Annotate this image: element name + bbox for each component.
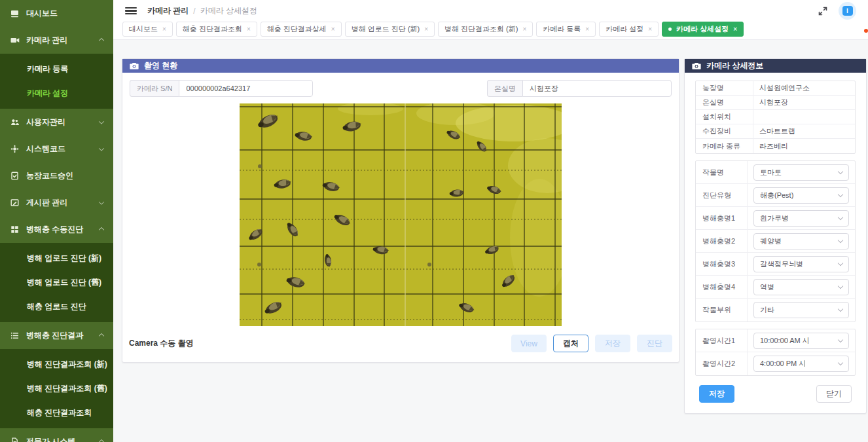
chevron-down-icon bbox=[99, 199, 104, 204]
sidebar-item-board-management[interactable]: 게시판 관리 bbox=[0, 189, 113, 216]
select-value: 해충(Pest) bbox=[760, 191, 793, 200]
close-icon[interactable]: × bbox=[648, 26, 652, 33]
farm-name-value: 시설원예연구소 bbox=[753, 83, 855, 93]
crop-name-select[interactable]: 토마토 bbox=[753, 164, 849, 181]
sidebar-item-system-code[interactable]: 시스템코드 bbox=[0, 136, 113, 162]
sidebar-item-user-management[interactable]: 사용자관리 bbox=[0, 109, 113, 136]
tab-dashboard[interactable]: 대시보드 × bbox=[122, 22, 173, 37]
capture-time-1-select[interactable]: 10:00:00 AM 시 bbox=[753, 333, 849, 349]
sidebar-item-label: 카메라 설정 bbox=[27, 88, 68, 99]
close-icon[interactable]: × bbox=[522, 26, 526, 33]
chevron-up-icon bbox=[99, 439, 104, 442]
fullscreen-icon[interactable] bbox=[818, 6, 828, 16]
sidebar-item-pest-manual-diagnosis[interactable]: 병해충 수동진단 bbox=[0, 216, 113, 243]
message-icon[interactable]: i bbox=[839, 2, 856, 20]
trap-photo bbox=[240, 103, 562, 326]
tab-camera-settings[interactable]: 카메라 설정 × bbox=[599, 22, 659, 37]
camera-info-table: 농장명 시설원예연구소 온실명 시험포장 설치위치 수집장비 bbox=[695, 81, 856, 154]
pest-name-2-select[interactable]: 궤양병 bbox=[753, 233, 849, 249]
close-icon[interactable]: × bbox=[331, 26, 335, 33]
close-icon[interactable]: × bbox=[585, 26, 589, 33]
row-label: 농장명 bbox=[696, 81, 753, 95]
sidebar-item-camera-management[interactable]: 카메라 관리 bbox=[0, 27, 113, 54]
close-button[interactable]: 닫기 bbox=[816, 385, 852, 403]
tab-insect-results[interactable]: 해충 진단결과조회 × bbox=[176, 22, 257, 37]
select-value: 역병 bbox=[760, 282, 774, 292]
sidebar-item-farm-code-approval[interactable]: 농장코드승인 bbox=[0, 162, 113, 189]
submenu-pest-manual-diagnosis: 병해 업로드 진단 (新) 병해 업로드 진단 (舊) 해충 업로드 진단 bbox=[0, 243, 113, 322]
breadcrumb-section[interactable]: 카메라 관리 bbox=[147, 5, 189, 16]
pest-name-3-select[interactable]: 갈색점무늬병 bbox=[753, 256, 849, 272]
tab-disease-upload-new[interactable]: 병해 업로드 진단 (新) × bbox=[345, 22, 435, 37]
close-icon[interactable]: × bbox=[247, 26, 251, 33]
row-label: 병해충명1 bbox=[696, 207, 748, 229]
top-header: 카메라 관리 / 카메라 상세설정 i bbox=[113, 0, 868, 22]
row-label: 촬영시간1 bbox=[696, 329, 748, 352]
diagnosis-type-select[interactable]: 해충(Pest) bbox=[753, 187, 849, 204]
save-capture-button[interactable]: 저장 bbox=[595, 335, 630, 352]
chevron-up-icon bbox=[99, 227, 104, 232]
sidebar-item-insect-results[interactable]: 해충 진단결과조회 bbox=[0, 401, 113, 425]
submenu-camera-management: 카메라 등록 카메라 설정 bbox=[0, 54, 113, 109]
tab-label: 카메라 상세설정 bbox=[676, 24, 729, 34]
sidebar-item-disease-upload-diagnosis-new[interactable]: 병해 업로드 진단 (新) bbox=[0, 246, 113, 270]
sidebar-item-dashboard[interactable]: 대시보드 bbox=[0, 0, 113, 27]
tab-label: 카메라 등록 bbox=[543, 24, 581, 34]
chevron-down-icon bbox=[838, 337, 843, 342]
row-label: 병해충명3 bbox=[696, 253, 748, 275]
row-label: 촬영시간2 bbox=[696, 352, 748, 375]
sidebar-item-camera-settings[interactable]: 카메라 설정 bbox=[0, 81, 113, 105]
pest-name-4-select[interactable]: 역병 bbox=[753, 279, 849, 295]
close-icon[interactable]: × bbox=[424, 26, 428, 33]
row-label: 설치위치 bbox=[696, 110, 753, 124]
panel-title: 카메라 상세정보 bbox=[706, 60, 763, 71]
camera-sn-label: 카메라 S/N bbox=[130, 80, 179, 97]
chevron-down-icon bbox=[838, 260, 843, 265]
video-camera-icon bbox=[10, 36, 20, 45]
view-button[interactable]: View bbox=[511, 335, 547, 352]
chevron-down-icon bbox=[99, 119, 104, 124]
info-bubble-icon: i bbox=[842, 6, 853, 16]
tab-disease-results-new[interactable]: 병해 진단결과조회 (新) × bbox=[438, 22, 533, 37]
crop-part-select[interactable]: 기타 bbox=[753, 302, 849, 318]
save-button[interactable]: 저장 bbox=[699, 385, 734, 403]
chevron-down-icon bbox=[838, 168, 843, 174]
close-icon[interactable]: × bbox=[733, 26, 737, 33]
detail-panel-header: 카메라 상세정보 bbox=[685, 59, 866, 73]
sidebar: 대시보드 카메라 관리 카메라 등록 카메라 설정 사용자관리 bbox=[0, 0, 113, 442]
app-root: 대시보드 카메라 관리 카메라 등록 카메라 설정 사용자관리 bbox=[0, 0, 868, 442]
tab-insect-result-detail[interactable]: 해충 진단결과상세 × bbox=[261, 22, 342, 37]
greenhouse-input[interactable] bbox=[522, 80, 672, 97]
tab-label: 해충 진단결과상세 bbox=[267, 24, 327, 34]
capture-button[interactable]: 캡처 bbox=[553, 335, 588, 352]
pest-name-1-select[interactable]: 흰가루병 bbox=[753, 210, 849, 227]
tab-camera-detail-settings[interactable]: 카메라 상세설정 × bbox=[662, 22, 744, 37]
table-row: 수집장비 스마트트랩 bbox=[696, 124, 855, 139]
camera-sn-input[interactable] bbox=[179, 80, 313, 97]
sidebar-item-camera-register[interactable]: 카메라 등록 bbox=[0, 57, 113, 81]
row-label: 진단유형 bbox=[696, 184, 748, 206]
row-label: 온실명 bbox=[696, 96, 753, 109]
sidebar-item-disease-upload-diagnosis-old[interactable]: 병해 업로드 진단 (舊) bbox=[0, 270, 113, 295]
sidebar-item-label: 카메라 관리 bbox=[26, 35, 67, 46]
tab-label: 해충 진단결과조회 bbox=[183, 24, 242, 34]
table-row: 병해충명1 흰가루병 bbox=[696, 207, 855, 230]
camera-detail-panel: 카메라 상세정보 농장명 시설원예연구소 온실명 시험포장 설치위치 bbox=[684, 58, 867, 414]
close-icon[interactable]: × bbox=[162, 26, 166, 33]
detail-panel-body: 농장명 시설원예연구소 온실명 시험포장 설치위치 수집장비 bbox=[685, 73, 866, 413]
hamburger-menu-icon[interactable] bbox=[125, 7, 137, 15]
diagnose-button[interactable]: 진단 bbox=[637, 335, 672, 352]
sidebar-item-disease-results-new[interactable]: 병해 진단결과조회 (新) bbox=[0, 352, 113, 377]
sidebar-item-insect-upload-diagnosis[interactable]: 해충 업로드 진단 bbox=[0, 295, 113, 319]
sidebar-item-disease-results-old[interactable]: 병해 진단결과조회 (舊) bbox=[0, 377, 113, 401]
sidebar-item-expert-system[interactable]: 전문가 시스템 bbox=[0, 428, 113, 442]
select-value: 4:00:00 PM 시 bbox=[760, 359, 806, 369]
table-row: 작물부위 기타 bbox=[696, 299, 855, 322]
tab-camera-register[interactable]: 카메라 등록 × bbox=[536, 22, 596, 37]
capture-panel-header: 촬영 현황 bbox=[122, 59, 679, 73]
capture-time-2-select[interactable]: 4:00:00 PM 시 bbox=[753, 356, 849, 372]
sidebar-item-pest-diagnosis-results[interactable]: 병해충 진단결과 bbox=[0, 322, 113, 349]
chevron-up-icon bbox=[99, 333, 104, 338]
sidebar-item-label: 사용자관리 bbox=[26, 117, 65, 128]
tab-label: 병해 업로드 진단 (新) bbox=[352, 24, 420, 34]
